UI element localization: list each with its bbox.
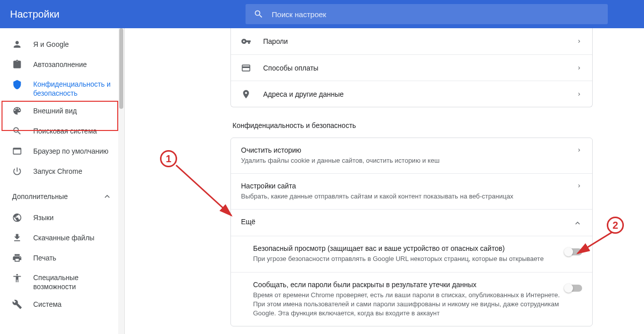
sidebar-item-label: Я и Google bbox=[33, 40, 69, 48]
setting-desc: Время от времени Chrome проверяет, есть … bbox=[253, 291, 565, 318]
chevron-up-icon bbox=[573, 219, 582, 228]
chevron-up-icon bbox=[102, 191, 112, 202]
globe-icon bbox=[12, 213, 22, 223]
sidebar-item-label: Система bbox=[33, 300, 61, 308]
search-icon bbox=[12, 126, 22, 136]
sidebar-item-label: Скачанные файлы bbox=[33, 234, 95, 242]
sidebar-item-label: Специальные возможности bbox=[33, 273, 112, 291]
credit-card-icon bbox=[241, 63, 251, 73]
wrench-icon bbox=[12, 299, 22, 309]
app-title: Настройки bbox=[10, 9, 59, 20]
row-more[interactable]: Ещё bbox=[231, 209, 592, 236]
sidebar-item-label: Языки bbox=[33, 214, 54, 222]
chevron-right-icon bbox=[576, 91, 582, 97]
toggle-safe-browsing[interactable] bbox=[565, 248, 582, 255]
setting-title: Ещё bbox=[241, 218, 573, 226]
autofill-card: Пароли Способы оплаты Адреса и другие да… bbox=[230, 28, 593, 107]
sidebar-item-label: Печать bbox=[33, 254, 56, 262]
row-label: Пароли bbox=[263, 37, 576, 45]
row-payment-methods[interactable]: Способы оплаты bbox=[231, 54, 592, 81]
setting-title: Очистить историю bbox=[241, 146, 576, 154]
row-password-leak[interactable]: Сообщать, если пароли были раскрыты в ре… bbox=[231, 272, 592, 326]
sidebar-item-you-and-google[interactable]: Я и Google bbox=[0, 34, 124, 54]
download-icon bbox=[12, 233, 22, 243]
row-addresses[interactable]: Адреса и другие данные bbox=[231, 81, 592, 107]
setting-desc: При угрозе безопасности отправлять в Goo… bbox=[253, 254, 565, 263]
row-site-settings[interactable]: Настройки сайта Выбрать, какие данные от… bbox=[231, 173, 592, 209]
chevron-right-icon bbox=[576, 65, 582, 71]
sidebar-section-advanced[interactable]: Дополнительные bbox=[0, 185, 124, 208]
search-input[interactable] bbox=[272, 10, 600, 19]
setting-desc: Удалить файлы cookie и данные сайтов, оч… bbox=[241, 156, 576, 165]
content-area: Пароли Способы оплаты Адреса и другие да… bbox=[125, 28, 644, 334]
annotation-marker-1: 1 bbox=[160, 150, 177, 167]
app-header: Настройки bbox=[0, 0, 644, 28]
toggle-password-leak[interactable] bbox=[565, 285, 582, 292]
row-label: Способы оплаты bbox=[263, 64, 576, 72]
sidebar-item-on-startup[interactable]: Запуск Chrome bbox=[0, 161, 124, 181]
sidebar-item-label: Внешний вид bbox=[33, 107, 77, 115]
location-icon bbox=[241, 89, 251, 99]
sidebar-item-label: Поисковая система bbox=[33, 127, 97, 135]
privacy-card: Очистить историю Удалить файлы cookie и … bbox=[230, 138, 593, 326]
clipboard-icon bbox=[12, 59, 22, 70]
chevron-right-icon bbox=[576, 183, 582, 189]
row-safe-browsing[interactable]: Безопасный просмотр (защищает вас и ваше… bbox=[231, 236, 592, 272]
sidebar-item-languages[interactable]: Языки bbox=[0, 208, 124, 228]
accessibility-icon bbox=[12, 273, 22, 283]
browser-icon bbox=[12, 146, 22, 156]
sidebar: Я и Google Автозаполнение Конфиденциальн… bbox=[0, 28, 125, 334]
setting-desc: Выбрать, какие данные отправлять сайтам … bbox=[241, 192, 576, 201]
setting-title: Сообщать, если пароли были раскрыты в ре… bbox=[253, 281, 565, 289]
annotation-marker-2: 2 bbox=[607, 217, 624, 234]
key-icon bbox=[241, 36, 251, 46]
sidebar-item-label: Конфиденциальность и безопасность bbox=[33, 80, 112, 98]
search-icon bbox=[254, 9, 264, 19]
sidebar-scrollbar[interactable] bbox=[118, 28, 124, 334]
chevron-right-icon bbox=[576, 38, 582, 44]
sidebar-item-label: Автозаполнение bbox=[33, 60, 87, 69]
sidebar-item-printing[interactable]: Печать bbox=[0, 248, 124, 268]
sidebar-item-search-engine[interactable]: Поисковая система bbox=[0, 121, 124, 141]
sidebar-item-appearance[interactable]: Внешний вид bbox=[0, 101, 124, 121]
section-title-privacy: Конфиденциальность и безопасность bbox=[230, 121, 593, 129]
sidebar-item-label: Запуск Chrome bbox=[33, 167, 82, 175]
print-icon bbox=[12, 253, 22, 263]
chevron-right-icon bbox=[576, 147, 582, 153]
row-clear-browsing-data[interactable]: Очистить историю Удалить файлы cookie и … bbox=[231, 138, 592, 173]
row-passwords[interactable]: Пароли bbox=[231, 28, 592, 54]
setting-title: Безопасный просмотр (защищает вас и ваше… bbox=[253, 244, 565, 252]
sidebar-item-label: Браузер по умолчанию bbox=[33, 147, 109, 155]
sidebar-item-default-browser[interactable]: Браузер по умолчанию bbox=[0, 141, 124, 161]
sidebar-item-privacy-security[interactable]: Конфиденциальность и безопасность bbox=[0, 75, 124, 101]
row-label: Адреса и другие данные bbox=[263, 90, 576, 98]
shield-icon bbox=[12, 80, 22, 90]
search-container[interactable] bbox=[246, 4, 608, 24]
sidebar-item-system[interactable]: Система bbox=[0, 294, 124, 314]
sidebar-item-downloads[interactable]: Скачанные файлы bbox=[0, 228, 124, 248]
setting-title: Настройки сайта bbox=[241, 182, 576, 190]
sidebar-section-label: Дополнительные bbox=[12, 192, 68, 201]
sidebar-item-accessibility[interactable]: Специальные возможности bbox=[0, 268, 124, 294]
sidebar-item-autofill[interactable]: Автозаполнение bbox=[0, 54, 124, 75]
palette-icon bbox=[12, 106, 22, 116]
person-icon bbox=[12, 39, 22, 49]
power-icon bbox=[12, 166, 22, 176]
